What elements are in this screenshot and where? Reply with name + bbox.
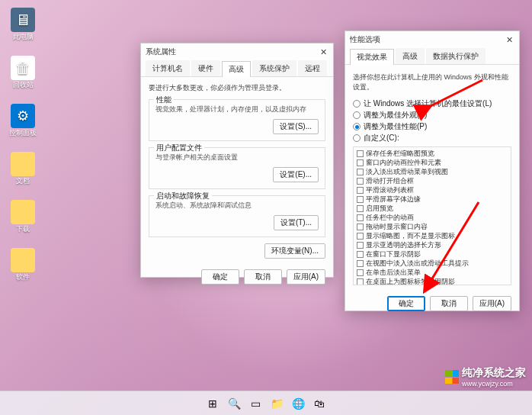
effect-checkbox-item[interactable]: 显示缩略图，而不是显示图标 bbox=[357, 231, 508, 240]
desktop-icon-folder-1[interactable]: 文档 bbox=[6, 152, 40, 186]
tab-hardware[interactable]: 硬件 bbox=[191, 60, 220, 76]
effect-checkbox-item[interactable]: 任务栏中的动画 bbox=[357, 213, 508, 222]
group-legend: 用户配置文件 bbox=[154, 143, 204, 153]
startup-settings-button[interactable]: 设置(T)... bbox=[274, 215, 319, 230]
desktop-icons: 此电脑 回收站 控制面板 文档 下载 软件 bbox=[6, 8, 40, 282]
effect-checkbox-item[interactable]: 平滑屏幕字体边缘 bbox=[357, 195, 508, 204]
option-best-performance[interactable]: 调整为最佳性能(P) bbox=[353, 121, 511, 132]
checkbox-label: 在视图中淡入淡出或滑动工具提示 bbox=[366, 259, 469, 268]
tab-remote[interactable]: 远程 bbox=[298, 60, 327, 76]
checkbox-label: 窗口内的动画控件和元素 bbox=[366, 158, 441, 167]
dialog-footer: 确定 取消 应用(A) bbox=[345, 290, 519, 317]
close-icon[interactable]: ✕ bbox=[504, 34, 514, 45]
tab-visual-effects[interactable]: 视觉效果 bbox=[350, 49, 394, 65]
desktop-icon-control-panel[interactable]: 控制面板 bbox=[6, 104, 40, 138]
store-icon[interactable]: 🛍 bbox=[311, 395, 328, 412]
option-label: 让 Windows 选择计算机的最佳设置(L) bbox=[364, 98, 492, 109]
watermark-logo bbox=[445, 370, 459, 384]
tab-advanced[interactable]: 高级 bbox=[396, 48, 425, 64]
search-icon[interactable]: 🔍 bbox=[226, 395, 242, 412]
group-desc: 视觉效果，处理器计划，内存使用，以及虚拟内存 bbox=[155, 105, 319, 114]
checkbox-label: 任务栏中的动画 bbox=[366, 213, 414, 222]
checkbox-icon bbox=[357, 242, 364, 249]
folder-icon bbox=[11, 248, 35, 272]
watermark-url: www.ycwjzy.com bbox=[462, 380, 526, 388]
tab-system-protection[interactable]: 系统保护 bbox=[252, 60, 296, 76]
task-view-icon[interactable]: ▭ bbox=[247, 395, 264, 412]
recycle-bin-icon bbox=[11, 56, 35, 80]
checkbox-label: 在窗口下显示阴影 bbox=[366, 249, 421, 259]
effect-checkbox-item[interactable]: 在单击后淡出菜单 bbox=[357, 268, 508, 277]
icon-label: 回收站 bbox=[13, 80, 34, 90]
desktop-icon-recycle-bin[interactable]: 回收站 bbox=[6, 56, 40, 90]
option-custom[interactable]: 自定义(C): bbox=[353, 133, 511, 143]
icon-label: 此电脑 bbox=[13, 32, 34, 42]
performance-settings-button[interactable]: 设置(S)... bbox=[273, 119, 319, 134]
desktop-icon-this-pc[interactable]: 此电脑 bbox=[6, 8, 40, 42]
cancel-button[interactable]: 取消 bbox=[244, 269, 282, 285]
checkbox-label: 在单击后淡出菜单 bbox=[366, 268, 421, 277]
apply-button[interactable]: 应用(A) bbox=[473, 296, 511, 311]
effect-checkbox-item[interactable]: 淡入淡出或滑动菜单到视图 bbox=[357, 167, 508, 176]
window-title: 性能选项 bbox=[350, 34, 380, 45]
effect-checkbox-item[interactable]: 在窗口下显示阴影 bbox=[357, 249, 508, 259]
option-label: 调整为最佳外观(B) bbox=[364, 110, 427, 121]
checkbox-icon bbox=[357, 178, 364, 185]
option-best-appearance[interactable]: 调整为最佳外观(B) bbox=[353, 110, 511, 121]
checkbox-icon bbox=[357, 150, 364, 157]
user-profile-group: 用户配置文件 与登录帐户相关的桌面设置 设置(E)... bbox=[149, 147, 325, 189]
taskbar[interactable]: ⊞ 🔍 ▭ 📁 🌐 🛍 bbox=[0, 391, 532, 415]
checkbox-label: 滑动打开组合框 bbox=[366, 176, 414, 185]
checkbox-icon bbox=[357, 251, 364, 258]
edge-icon[interactable]: 🌐 bbox=[290, 395, 306, 412]
checkbox-icon bbox=[357, 214, 364, 221]
checkbox-label: 显示缩略图，而不是显示图标 bbox=[366, 231, 455, 240]
tab-advanced[interactable]: 高级 bbox=[222, 61, 251, 77]
titlebar[interactable]: 系统属性 ✕ bbox=[141, 43, 333, 60]
icon-label: 软件 bbox=[16, 272, 30, 282]
effect-checkbox-item[interactable]: 保存任务栏缩略图预览 bbox=[357, 149, 508, 158]
option-let-windows-choose[interactable]: 让 Windows 选择计算机的最佳设置(L) bbox=[353, 98, 511, 109]
profile-settings-button[interactable]: 设置(E)... bbox=[273, 167, 319, 182]
window-body: 要进行大多数更改，你必须作为管理员登录。 性能 视觉效果，处理器计划，内存使用，… bbox=[141, 77, 333, 265]
effect-checkbox-item[interactable]: 滑动打开组合框 bbox=[357, 176, 508, 185]
effect-checkbox-item[interactable]: 在视图中淡入淡出或滑动工具提示 bbox=[357, 259, 508, 268]
ok-button[interactable]: 确定 bbox=[201, 269, 239, 285]
folder-icon bbox=[11, 200, 35, 224]
effect-checkbox-item[interactable]: 平滑滚动列表框 bbox=[357, 185, 508, 195]
effects-checklist[interactable]: 保存任务栏缩略图预览窗口内的动画控件和元素淡入淡出或滑动菜单到视图滑动打开组合框… bbox=[353, 146, 511, 285]
radio-icon bbox=[353, 134, 361, 142]
titlebar[interactable]: 性能选项 ✕ bbox=[345, 31, 519, 48]
apply-button[interactable]: 应用(A) bbox=[287, 269, 325, 285]
radio-icon bbox=[353, 111, 361, 119]
option-label: 自定义(C): bbox=[364, 133, 399, 143]
effect-checkbox-item[interactable]: 启用预览 bbox=[357, 204, 508, 213]
close-icon[interactable]: ✕ bbox=[318, 47, 328, 57]
folder-icon bbox=[11, 152, 35, 176]
checkbox-label: 显示亚透明的选择长方形 bbox=[366, 240, 441, 249]
checkbox-icon bbox=[357, 224, 364, 230]
effect-checkbox-item[interactable]: 拖动时显示窗口内容 bbox=[357, 222, 508, 231]
desktop-icon-folder-2[interactable]: 下载 bbox=[6, 200, 40, 234]
checkbox-icon bbox=[357, 159, 364, 166]
tab-computer-name[interactable]: 计算机名 bbox=[146, 60, 190, 76]
icon-label: 控制面板 bbox=[9, 128, 37, 138]
effect-checkbox-item[interactable]: 在桌面上为图标标签使用阴影 bbox=[357, 277, 508, 285]
checkbox-label: 淡入淡出或滑动菜单到视图 bbox=[366, 167, 448, 176]
checkbox-icon bbox=[357, 269, 364, 276]
effect-checkbox-item[interactable]: 显示亚透明的选择长方形 bbox=[357, 240, 508, 249]
tab-dep[interactable]: 数据执行保护 bbox=[426, 48, 486, 64]
start-button[interactable]: ⊞ bbox=[204, 395, 221, 412]
env-vars-button[interactable]: 环境变量(N)... bbox=[264, 243, 325, 259]
checkbox-label: 平滑滚动列表框 bbox=[366, 185, 414, 195]
explorer-icon[interactable]: 📁 bbox=[268, 395, 285, 412]
effect-checkbox-item[interactable]: 窗口内的动画控件和元素 bbox=[357, 158, 508, 167]
icon-label: 下载 bbox=[16, 224, 30, 234]
window-title: 系统属性 bbox=[146, 47, 176, 57]
desktop-icon-folder-3[interactable]: 软件 bbox=[6, 248, 40, 282]
intro-note: 选择你想在此计算机上使用的 Windows 外观和性能设置。 bbox=[353, 72, 511, 92]
ok-button[interactable]: 确定 bbox=[387, 296, 425, 311]
cancel-button[interactable]: 取消 bbox=[430, 296, 468, 311]
group-desc: 与登录帐户相关的桌面设置 bbox=[155, 153, 319, 162]
icon-label: 文档 bbox=[16, 176, 30, 186]
